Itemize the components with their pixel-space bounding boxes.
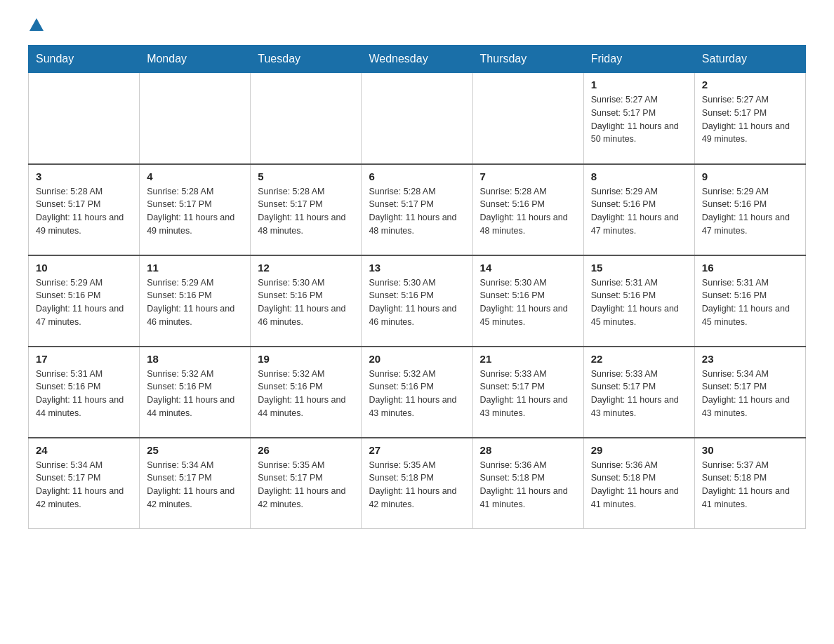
calendar-week-row: 10Sunrise: 5:29 AM Sunset: 5:16 PM Dayli… [29,255,806,347]
calendar-day-cell: 28Sunrise: 5:36 AM Sunset: 5:18 PM Dayli… [472,438,583,529]
day-sun-info: Sunrise: 5:28 AM Sunset: 5:17 PM Dayligh… [258,185,354,238]
day-number: 29 [591,444,687,456]
calendar-day-cell: 17Sunrise: 5:31 AM Sunset: 5:16 PM Dayli… [29,347,140,438]
day-number: 22 [591,353,687,365]
day-sun-info: Sunrise: 5:28 AM Sunset: 5:16 PM Dayligh… [480,185,576,238]
day-sun-info: Sunrise: 5:27 AM Sunset: 5:17 PM Dayligh… [702,93,798,146]
day-sun-info: Sunrise: 5:33 AM Sunset: 5:17 PM Dayligh… [480,368,576,420]
logo-triangle-icon [29,18,44,31]
calendar-day-cell: 18Sunrise: 5:32 AM Sunset: 5:16 PM Dayli… [140,347,251,438]
calendar-day-cell: 13Sunrise: 5:30 AM Sunset: 5:16 PM Dayli… [362,255,472,347]
day-sun-info: Sunrise: 5:36 AM Sunset: 5:18 PM Dayligh… [591,459,687,511]
day-sun-info: Sunrise: 5:28 AM Sunset: 5:17 PM Dayligh… [36,185,132,238]
calendar-day-cell: 29Sunrise: 5:36 AM Sunset: 5:18 PM Dayli… [583,438,694,529]
calendar-day-cell [251,73,362,164]
day-number: 10 [36,262,132,274]
day-sun-info: Sunrise: 5:30 AM Sunset: 5:16 PM Dayligh… [480,276,576,329]
calendar-day-cell: 16Sunrise: 5:31 AM Sunset: 5:16 PM Dayli… [694,255,805,347]
day-number: 21 [480,353,576,365]
day-number: 27 [369,444,465,456]
calendar-table: SundayMondayTuesdayWednesdayThursdayFrid… [28,45,806,529]
day-number: 25 [147,444,243,456]
day-sun-info: Sunrise: 5:31 AM Sunset: 5:16 PM Dayligh… [36,368,132,420]
day-sun-info: Sunrise: 5:34 AM Sunset: 5:17 PM Dayligh… [702,368,798,420]
calendar-day-cell: 4Sunrise: 5:28 AM Sunset: 5:17 PM Daylig… [140,164,251,255]
calendar-day-cell: 15Sunrise: 5:31 AM Sunset: 5:16 PM Dayli… [583,255,694,347]
day-number: 23 [702,353,798,365]
day-number: 16 [702,262,798,274]
calendar-day-cell: 10Sunrise: 5:29 AM Sunset: 5:16 PM Dayli… [29,255,140,347]
calendar-week-row: 3Sunrise: 5:28 AM Sunset: 5:17 PM Daylig… [29,164,806,255]
day-number: 14 [480,262,576,274]
day-sun-info: Sunrise: 5:30 AM Sunset: 5:16 PM Dayligh… [369,276,465,329]
day-number: 19 [258,353,354,365]
day-sun-info: Sunrise: 5:31 AM Sunset: 5:16 PM Dayligh… [591,276,687,329]
day-number: 20 [369,353,465,365]
day-number: 1 [591,79,687,90]
calendar-day-cell [362,73,472,164]
calendar-day-cell: 23Sunrise: 5:34 AM Sunset: 5:17 PM Dayli… [694,347,805,438]
day-number: 24 [36,444,132,456]
calendar-day-cell: 20Sunrise: 5:32 AM Sunset: 5:16 PM Dayli… [362,347,472,438]
day-of-week-header: Sunday [29,46,140,73]
day-sun-info: Sunrise: 5:29 AM Sunset: 5:16 PM Dayligh… [147,276,243,329]
calendar-day-cell: 9Sunrise: 5:29 AM Sunset: 5:16 PM Daylig… [694,164,805,255]
logo [28,21,44,31]
day-number: 3 [36,170,132,182]
day-sun-info: Sunrise: 5:32 AM Sunset: 5:16 PM Dayligh… [258,368,354,420]
calendar-day-cell [472,73,583,164]
calendar-day-cell: 27Sunrise: 5:35 AM Sunset: 5:18 PM Dayli… [362,438,472,529]
calendar-day-cell: 14Sunrise: 5:30 AM Sunset: 5:16 PM Dayli… [472,255,583,347]
calendar-day-cell: 12Sunrise: 5:30 AM Sunset: 5:16 PM Dayli… [251,255,362,347]
calendar-day-cell: 19Sunrise: 5:32 AM Sunset: 5:16 PM Dayli… [251,347,362,438]
day-number: 5 [258,170,354,182]
day-of-week-header: Thursday [472,46,583,73]
day-of-week-header: Saturday [694,46,805,73]
calendar-day-cell [29,73,140,164]
calendar-day-cell: 26Sunrise: 5:35 AM Sunset: 5:17 PM Dayli… [251,438,362,529]
day-number: 2 [702,79,798,90]
page-header [28,21,806,31]
calendar-week-row: 24Sunrise: 5:34 AM Sunset: 5:17 PM Dayli… [29,438,806,529]
day-sun-info: Sunrise: 5:30 AM Sunset: 5:16 PM Dayligh… [258,276,354,329]
day-number: 12 [258,262,354,274]
day-sun-info: Sunrise: 5:28 AM Sunset: 5:17 PM Dayligh… [147,185,243,238]
calendar-header-row: SundayMondayTuesdayWednesdayThursdayFrid… [29,46,806,73]
calendar-day-cell: 11Sunrise: 5:29 AM Sunset: 5:16 PM Dayli… [140,255,251,347]
day-number: 15 [591,262,687,274]
day-sun-info: Sunrise: 5:35 AM Sunset: 5:18 PM Dayligh… [369,459,465,511]
day-of-week-header: Friday [583,46,694,73]
calendar-day-cell: 24Sunrise: 5:34 AM Sunset: 5:17 PM Dayli… [29,438,140,529]
calendar-day-cell: 25Sunrise: 5:34 AM Sunset: 5:17 PM Dayli… [140,438,251,529]
day-sun-info: Sunrise: 5:32 AM Sunset: 5:16 PM Dayligh… [147,368,243,420]
calendar-day-cell: 6Sunrise: 5:28 AM Sunset: 5:17 PM Daylig… [362,164,472,255]
day-number: 17 [36,353,132,365]
day-sun-info: Sunrise: 5:32 AM Sunset: 5:16 PM Dayligh… [369,368,465,420]
day-number: 6 [369,170,465,182]
calendar-day-cell: 2Sunrise: 5:27 AM Sunset: 5:17 PM Daylig… [694,73,805,164]
day-number: 18 [147,353,243,365]
day-sun-info: Sunrise: 5:34 AM Sunset: 5:17 PM Dayligh… [36,459,132,511]
calendar-week-row: 17Sunrise: 5:31 AM Sunset: 5:16 PM Dayli… [29,347,806,438]
day-number: 26 [258,444,354,456]
calendar-day-cell: 5Sunrise: 5:28 AM Sunset: 5:17 PM Daylig… [251,164,362,255]
day-number: 30 [702,444,798,456]
calendar-day-cell: 22Sunrise: 5:33 AM Sunset: 5:17 PM Dayli… [583,347,694,438]
calendar-week-row: 1Sunrise: 5:27 AM Sunset: 5:17 PM Daylig… [29,73,806,164]
day-number: 11 [147,262,243,274]
day-number: 9 [702,170,798,182]
day-sun-info: Sunrise: 5:37 AM Sunset: 5:18 PM Dayligh… [702,459,798,511]
day-sun-info: Sunrise: 5:27 AM Sunset: 5:17 PM Dayligh… [591,93,687,146]
calendar-day-cell [140,73,251,164]
day-number: 4 [147,170,243,182]
day-number: 13 [369,262,465,274]
day-sun-info: Sunrise: 5:34 AM Sunset: 5:17 PM Dayligh… [147,459,243,511]
day-of-week-header: Monday [140,46,251,73]
day-of-week-header: Wednesday [362,46,472,73]
day-sun-info: Sunrise: 5:31 AM Sunset: 5:16 PM Dayligh… [702,276,798,329]
day-number: 7 [480,170,576,182]
day-sun-info: Sunrise: 5:29 AM Sunset: 5:16 PM Dayligh… [702,185,798,238]
day-sun-info: Sunrise: 5:33 AM Sunset: 5:17 PM Dayligh… [591,368,687,420]
day-sun-info: Sunrise: 5:35 AM Sunset: 5:17 PM Dayligh… [258,459,354,511]
calendar-day-cell: 3Sunrise: 5:28 AM Sunset: 5:17 PM Daylig… [29,164,140,255]
